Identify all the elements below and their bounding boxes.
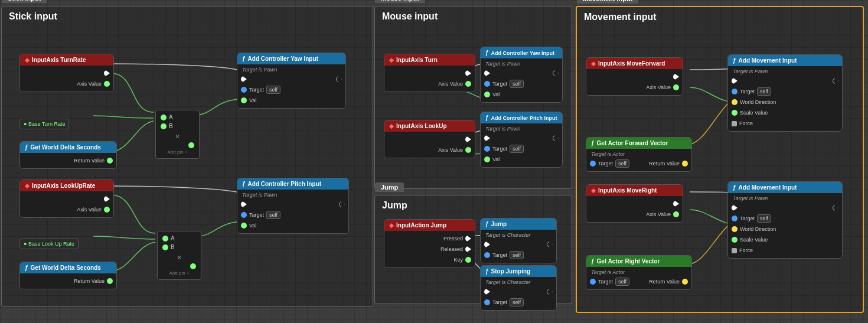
- exec-out-pin: [553, 70, 559, 76]
- node-header: ◆ InputAxis LookUp: [384, 120, 475, 132]
- exec-in-row: [481, 68, 562, 79]
- node-body: Axis Value: [20, 191, 113, 217]
- target-row: Target self: [481, 143, 562, 154]
- pin-a: [161, 115, 167, 120]
- base-lookup-rate-node: ● Base Look Up Rate: [19, 239, 79, 249]
- node-body: Pressed Released Key: [384, 231, 475, 267]
- node-body: Axis Value: [384, 132, 475, 158]
- target-row: Target self: [237, 84, 345, 95]
- val-row: Val: [481, 89, 562, 100]
- pin-b: [161, 123, 167, 129]
- movement-input-group: Movement input Movement input ◆ InputAxi…: [576, 6, 864, 313]
- node-header: ƒ Get World Delta Seconds: [20, 262, 116, 273]
- exec-out-pin: [547, 289, 553, 295]
- target-row: Target self Return Value: [586, 158, 691, 169]
- node-header: ◆ InputAction Jump: [384, 220, 475, 231]
- scale-value-pin: [732, 237, 738, 243]
- node-body: Target is Pawn Target self Val: [237, 64, 345, 108]
- exec-in-row: [237, 199, 348, 210]
- node-body: Target is Pawn Target self Val: [481, 123, 562, 167]
- blueprint-canvas[interactable]: Stick input Stick input ◆ InputAxis Turn…: [0, 0, 868, 323]
- key-row: Key: [384, 255, 475, 265]
- exec-out-pin: [833, 78, 838, 84]
- exec-in-pin: [241, 76, 247, 82]
- exec-in-row: [728, 76, 842, 86]
- scale-value-row: Scale Value: [728, 234, 842, 245]
- exec-out-row: [20, 194, 113, 204]
- return-value-pin: [682, 161, 688, 167]
- return-value-pin: [107, 158, 113, 164]
- exec-out-pin: [336, 76, 342, 82]
- axis-value-pin: [673, 211, 679, 217]
- exec-out-pin: [547, 242, 553, 247]
- exec-out-pin: [673, 201, 679, 207]
- exec-in-row: [481, 239, 556, 250]
- movement-input-title: Movement input: [584, 12, 657, 22]
- base-turn-rate-node: ● Base Turn Rate: [19, 119, 69, 129]
- exec-out-row: [384, 68, 475, 79]
- jump-tab[interactable]: Jump: [375, 182, 404, 192]
- movement-input-tab[interactable]: Movement input: [577, 0, 638, 4]
- force-pin: [732, 121, 737, 126]
- axis-value-row: Axis Value: [384, 145, 475, 155]
- exec-in-pin: [732, 78, 738, 84]
- get-actor-forward-vector-node: ƒ Get Actor Forward Vector Target is Act…: [586, 137, 692, 172]
- force-pin: [732, 248, 737, 253]
- input-action-jump-node: ◆ InputAction Jump Pressed Released Key: [384, 219, 475, 268]
- target-row: Target self: [237, 210, 348, 220]
- mouse-input-group: Mouse input Mouse input ◆ InputAxis Turn…: [374, 6, 572, 189]
- val-row: Val: [237, 220, 348, 231]
- node-header: ƒ Stop Jumping: [481, 266, 556, 277]
- val-pin: [484, 92, 490, 97]
- exec-out-pin: [553, 135, 559, 141]
- node-body: Axis Value: [586, 69, 683, 95]
- pin-out: [190, 263, 196, 269]
- exec-out-pin: [833, 205, 838, 211]
- pin-b: [162, 244, 168, 250]
- input-axis-turn-node: ◆ InputAxis Turn Axis Value: [384, 54, 475, 92]
- exec-out-row: [586, 71, 683, 82]
- force-row: Force: [728, 245, 842, 256]
- node-body: Target is Actor Target self Return Value: [586, 149, 691, 171]
- axis-value-row: Axis Value: [586, 209, 683, 220]
- val-row: Val: [237, 95, 345, 106]
- node-body: Target is Character Target self: [481, 277, 556, 310]
- node-body: Return Value: [20, 153, 116, 168]
- input-axis-lookuprate-node: ◆ InputAxis LookUpRate Axis Value: [19, 180, 114, 218]
- return-value-pin: [682, 279, 688, 285]
- input-axis-lookup-node: ◆ InputAxis LookUp Axis Value: [384, 120, 475, 158]
- axis-value-pin: [673, 84, 679, 90]
- axis-value-row: Axis Value: [20, 79, 113, 89]
- node-header: ◆ InputAxis MoveRight: [586, 185, 683, 196]
- pressed-row: Pressed: [384, 233, 475, 244]
- mouse-input-tab[interactable]: Mouse input: [375, 0, 425, 3]
- node-header: ƒ Add Controller Pitch Input: [237, 178, 348, 190]
- multiply-node-1: A B × Add pin +: [155, 110, 200, 159]
- key-pin: [465, 257, 471, 263]
- add-movement-input-2-node: ƒ Add Movement Input Target is Pawn Targ…: [727, 181, 843, 259]
- node-header: ◆ InputAxis TurnRate: [20, 54, 113, 66]
- target-row: Target self Return Value: [586, 276, 691, 287]
- stick-input-tab[interactable]: Stick input: [2, 0, 47, 3]
- jump-title: Jump: [382, 200, 407, 211]
- exec-in-row: [237, 74, 345, 84]
- target-row: Target self: [481, 297, 556, 308]
- exec-in-pin: [732, 205, 738, 211]
- val-pin: [241, 223, 247, 229]
- node-header: ƒ Get Actor Forward Vector: [586, 138, 691, 149]
- scale-value-pin: [732, 110, 738, 116]
- exec-in-pin: [484, 135, 490, 141]
- add-controller-pitch-stick-node: ƒ Add Controller Pitch Input Target is P…: [237, 178, 349, 234]
- node-header: ƒ Jump: [481, 218, 556, 230]
- axis-value-row: Axis Value: [586, 82, 683, 93]
- pin-a: [162, 236, 168, 242]
- exec-in-row: [481, 133, 562, 143]
- node-header: ƒ Get World Delta Seconds: [20, 142, 116, 153]
- axis-value-pin: [465, 81, 471, 87]
- node-header: ƒ Add Movement Input: [728, 182, 842, 193]
- exec-in-pin: [484, 70, 490, 76]
- pressed-pin: [465, 236, 471, 242]
- return-value-row: Return Value: [20, 155, 116, 166]
- axis-value-pin: [104, 207, 110, 213]
- node-body: Target is Pawn Target self Val: [237, 190, 348, 233]
